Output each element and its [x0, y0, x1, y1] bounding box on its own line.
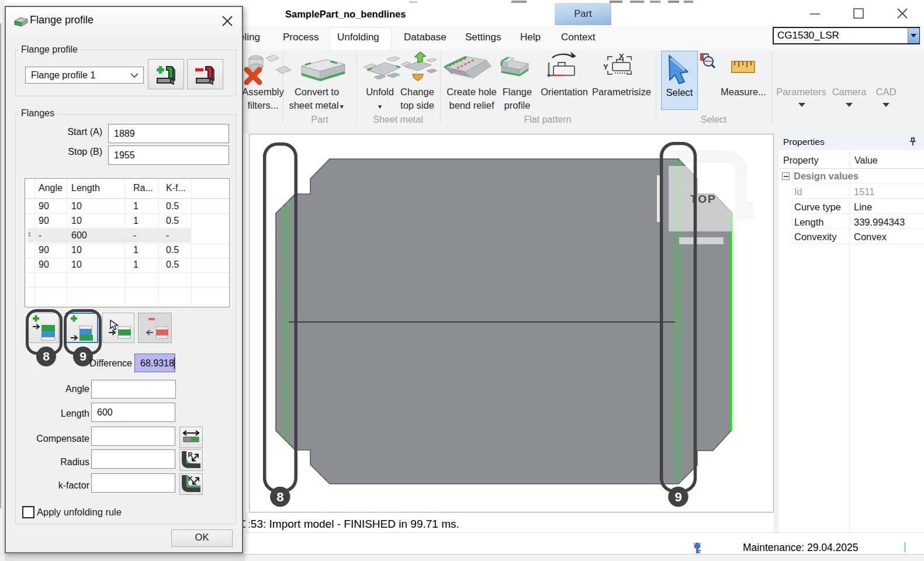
svg-text:9: 9 — [674, 490, 681, 504]
svg-text:K: K — [188, 475, 193, 482]
svg-text:8: 8 — [276, 490, 283, 504]
svg-text:R: R — [188, 451, 193, 458]
